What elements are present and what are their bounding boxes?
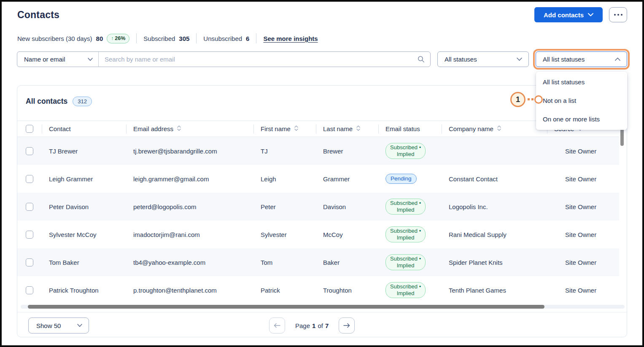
table-header-row: ContactEmail addressFirst nameLast nameE… xyxy=(17,121,619,137)
source: Site Owner xyxy=(565,287,596,294)
page-size-select[interactable]: Show 50 xyxy=(28,317,89,334)
menu-item-not-on-a-list[interactable]: Not on a list xyxy=(536,91,627,110)
contact-name-cell: Peter Davison xyxy=(42,193,126,221)
contact-name: TJ Brewer xyxy=(49,148,78,155)
last-name-cell: Troughton xyxy=(316,276,378,304)
search-input[interactable] xyxy=(99,52,418,67)
stats-bar: New subscribers (30 days)80↑26%Subscribe… xyxy=(17,33,318,44)
row-checkbox[interactable] xyxy=(26,286,33,294)
contact-name: Peter Davison xyxy=(49,203,89,210)
row-checkbox-cell xyxy=(17,165,42,193)
last-name: McCoy xyxy=(323,231,343,238)
add-contacts-label: Add contacts xyxy=(544,11,584,19)
row-checkbox[interactable] xyxy=(26,175,33,183)
source: Site Owner xyxy=(565,148,596,155)
row-checkbox[interactable] xyxy=(26,231,33,239)
see-more-insights-link[interactable]: See more insights xyxy=(263,35,318,42)
column-header-last-name[interactable]: Last name xyxy=(316,121,378,137)
company-name: Spider Planet Knits xyxy=(449,259,503,266)
list-status-filter-select[interactable]: All list statuses xyxy=(536,51,627,67)
email-status-cell: Subscribed •Implied xyxy=(378,248,442,276)
email-status-cell: Subscribed •Implied xyxy=(378,221,442,248)
table-row: Peter Davisonpeterd@logopolis.comPeterDa… xyxy=(17,193,619,221)
search-control: Name or email xyxy=(17,51,431,67)
contacts-page: Contacts Add contacts New subscribers (3… xyxy=(0,0,644,347)
company-name-cell xyxy=(442,137,547,165)
status-filter-select[interactable]: All statuses xyxy=(437,51,529,67)
search-type-select[interactable]: Name or email xyxy=(17,52,99,67)
column-header-contact: Contact xyxy=(42,121,126,137)
source-cell: Site Owner xyxy=(547,276,619,304)
menu-item-on-one-or-more-lists[interactable]: On one or more lists xyxy=(536,110,627,128)
chevron-down-icon xyxy=(588,13,593,16)
select-all-cell xyxy=(17,121,42,137)
email-status-badge: Subscribed •Implied xyxy=(385,143,426,159)
email-address-cell: tb4@yahoo-example.com xyxy=(126,248,253,276)
annotation-connector-dot xyxy=(531,98,534,100)
column-label: First name xyxy=(261,125,291,132)
next-page-button[interactable] xyxy=(339,317,355,334)
page-indicator: Page 1 of 7 xyxy=(295,322,329,329)
first-name-cell: TJ xyxy=(253,137,316,165)
page-title: Contacts xyxy=(17,9,59,21)
stat-item: Subscribed305 xyxy=(143,35,189,42)
company-name-cell: Rani Medical Supply xyxy=(442,221,547,248)
prev-page-button[interactable] xyxy=(269,317,285,334)
select-all-checkbox[interactable] xyxy=(26,125,33,133)
first-name: TJ xyxy=(261,148,268,155)
email-address: imadoctorjim@rani.com xyxy=(133,231,200,238)
last-name: Troughton xyxy=(323,287,352,294)
annotation-step-1: 1 xyxy=(510,92,525,107)
add-contacts-button[interactable]: Add contacts xyxy=(534,7,603,22)
row-checkbox-cell xyxy=(17,137,42,165)
contact-name-cell: TJ Brewer xyxy=(42,137,126,165)
first-name: Patrick xyxy=(261,287,280,294)
contact-name-cell: Sylvester McCoy xyxy=(42,221,126,248)
page-current: 1 xyxy=(312,322,315,329)
page-size-label: Show 50 xyxy=(36,322,61,329)
row-checkbox[interactable] xyxy=(26,203,33,211)
horizontal-scrollbar-thumb[interactable] xyxy=(28,305,544,309)
menu-item-all-list-statuses[interactable]: All list statuses xyxy=(536,73,627,91)
company-name-cell: Tenth Planet Games xyxy=(442,276,547,304)
last-name-cell: Brewer xyxy=(316,137,378,165)
page-prefix: Page xyxy=(295,322,310,329)
last-name-cell: Baker xyxy=(316,248,378,276)
email-status-cell: Subscribed •Implied xyxy=(378,276,442,304)
company-name: Constant Contact xyxy=(449,175,498,183)
first-name-cell: Tom xyxy=(253,248,316,276)
table-row: Tom Bakertb4@yahoo-example.comTomBakerSu… xyxy=(17,248,619,276)
divider xyxy=(136,33,137,43)
stat-item: Unsubscribed6 xyxy=(203,35,249,42)
stat-value: 80 xyxy=(96,35,103,42)
last-name: Brewer xyxy=(323,148,343,155)
first-name: Leigh xyxy=(261,175,276,183)
first-name: Tom xyxy=(261,259,272,266)
contact-name: Patrick Troughton xyxy=(49,287,99,294)
sort-icon xyxy=(294,125,299,132)
column-header-company-name[interactable]: Company name xyxy=(442,121,547,137)
horizontal-scrollbar-track[interactable] xyxy=(21,305,625,309)
status-filter-label: All statuses xyxy=(445,56,477,63)
search-icon[interactable] xyxy=(418,56,425,63)
row-checkbox[interactable] xyxy=(26,147,33,155)
source-cell: Site Owner xyxy=(547,193,619,221)
ellipsis-icon xyxy=(614,14,622,16)
trend-value: 26% xyxy=(115,35,125,41)
column-header-first-name[interactable]: First name xyxy=(253,121,316,137)
more-options-button[interactable] xyxy=(609,7,627,22)
company-name-cell: Constant Contact xyxy=(442,165,547,193)
email-status-badge: Subscribed •Implied xyxy=(385,199,426,215)
email-address-cell: imadoctorjim@rani.com xyxy=(126,221,253,248)
chevron-down-icon xyxy=(77,324,82,327)
contact-name: Tom Baker xyxy=(49,259,79,266)
email-status-badge: Subscribed •Implied xyxy=(385,226,426,242)
column-label: Email address xyxy=(133,125,173,132)
row-checkbox[interactable] xyxy=(26,258,33,266)
column-header-email-address[interactable]: Email address xyxy=(126,121,253,137)
search-type-label: Name or email xyxy=(24,56,65,63)
first-name-cell: Peter xyxy=(253,193,316,221)
email-status-cell: Pending xyxy=(378,165,442,193)
vertical-scrollbar[interactable] xyxy=(620,129,624,146)
source-cell: Site Owner xyxy=(547,248,619,276)
